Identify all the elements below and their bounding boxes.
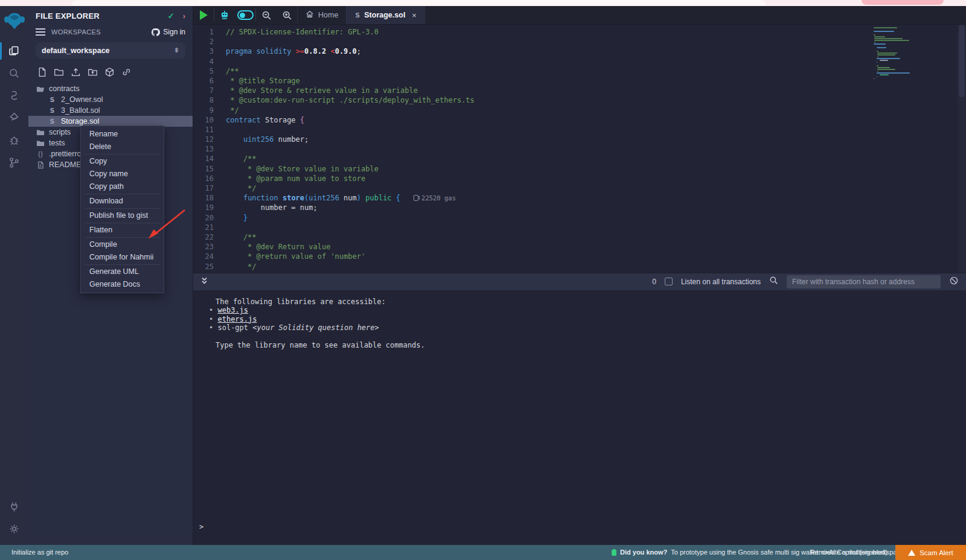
ipfs-box-icon[interactable] — [104, 67, 115, 77]
code-editor[interactable]: 1// SPDX-License-Identifier: GPL-3.023pr… — [193, 25, 966, 273]
plugin-manager-icon[interactable] — [0, 495, 28, 518]
home-icon — [305, 10, 314, 20]
tree-item-3-ballot-sol[interactable]: S3_Ballot.sol — [28, 105, 193, 116]
remix-logo[interactable] — [4, 11, 25, 31]
folder-icon — [36, 129, 45, 136]
code-line-2[interactable]: 2 — [193, 37, 966, 46]
code-line-10[interactable]: 10contract Storage { — [193, 115, 966, 125]
code-line-9[interactable]: 9 */ — [193, 106, 966, 115]
menu-item-rename[interactable]: Rename — [81, 128, 164, 141]
menu-item-compile-for-nahmii[interactable]: Compile for Nahmii — [81, 251, 164, 264]
code-line-8[interactable]: 8 * @custom:dev-run-script ./scripts/dep… — [193, 95, 966, 105]
terminal-library-line: sol-gpt <your Solidity question here> — [193, 323, 966, 332]
warning-icon — [908, 550, 915, 556]
code-line-15[interactable]: 15 * @dev Store value in variable — [193, 164, 966, 174]
deploy-run-icon[interactable] — [0, 107, 28, 129]
code-line-11[interactable]: 11 — [193, 125, 966, 135]
code-line-24[interactable]: 24 * @return value of 'number' — [193, 252, 966, 261]
upload-folder-icon[interactable] — [88, 67, 98, 77]
solidity-file-icon: S — [355, 11, 360, 19]
status-bar: Initialize as git repo Did you know? To … — [0, 545, 966, 560]
listen-transactions-label: Listen on all transactions — [681, 278, 761, 286]
code-line-4[interactable]: 4 — [193, 57, 966, 66]
workspaces-menu-icon[interactable] — [36, 28, 45, 36]
copilot-toggle[interactable] — [235, 6, 255, 24]
menu-item-copy-name[interactable]: Copy name — [81, 168, 164, 180]
terminal-text-line: The following libraries are accessible: — [193, 298, 966, 307]
chevron-right-icon[interactable]: › — [183, 11, 185, 21]
listen-transactions-checkbox[interactable] — [665, 278, 673, 285]
tree-item-contracts[interactable]: contracts — [28, 83, 193, 94]
code-lines: 1// SPDX-License-Identifier: GPL-3.023pr… — [193, 25, 966, 273]
code-line-20[interactable]: 20 } — [193, 213, 966, 223]
code-line-17[interactable]: 17 */ — [193, 183, 966, 193]
code-line-6[interactable]: 6 * @title Storage — [193, 76, 966, 86]
menu-item-copy-path[interactable]: Copy path — [81, 180, 164, 193]
zoom-out-button[interactable] — [256, 6, 277, 24]
menu-item-generate-uml[interactable]: Generate UML — [81, 266, 164, 278]
link-icon[interactable] — [121, 67, 132, 77]
file-explorer-icon[interactable] — [0, 40, 28, 62]
workspace-stepper-icon: ⬍ — [174, 46, 179, 54]
close-tab-icon[interactable]: × — [412, 11, 417, 20]
menu-item-copy[interactable]: Copy — [81, 155, 164, 168]
code-line-18[interactable]: 18 function store(uint256 num) public {2… — [193, 193, 966, 203]
code-line-1[interactable]: 1// SPDX-License-Identifier: GPL-3.0 — [193, 27, 966, 37]
play-icon — [200, 10, 208, 20]
workspace-select[interactable]: default_workspace ⬍ — [36, 42, 185, 59]
code-line-3[interactable]: 3pragma solidity >=0.8.2 <0.9.0; — [193, 46, 966, 56]
tab-storage-sol[interactable]: S Storage.sol × — [347, 6, 425, 24]
collapse-terminal-icon[interactable] — [200, 276, 208, 287]
code-line-13[interactable]: 13 — [193, 144, 966, 154]
file-toolbar — [28, 59, 193, 81]
code-line-16[interactable]: 16 * @param num value to store — [193, 174, 966, 183]
code-line-21[interactable]: 21 — [193, 223, 966, 232]
new-file-icon[interactable] — [37, 67, 47, 77]
zoom-in-button[interactable] — [277, 6, 297, 24]
terminal-header: 0 Listen on all transactions — [193, 273, 966, 290]
terminal-library-link[interactable]: web3.js — [193, 306, 966, 315]
terminal-prompt[interactable]: > — [199, 523, 203, 532]
transaction-filter-input[interactable] — [787, 275, 941, 288]
code-line-14[interactable]: 14 /** — [193, 154, 966, 164]
minimap[interactable] — [874, 27, 919, 80]
lightbulb-icon — [612, 549, 616, 556]
settings-icon[interactable] — [0, 518, 28, 540]
run-script-button[interactable] — [193, 6, 214, 24]
code-line-19[interactable]: 19 number = num; — [193, 203, 966, 212]
ai-copilot-button[interactable] — [214, 6, 235, 24]
panel-title: FILE EXPLORER — [36, 11, 168, 21]
menu-item-delete[interactable]: Delete — [81, 141, 164, 153]
sign-in-button[interactable]: Sign in — [151, 28, 185, 36]
terminal-library-link[interactable]: ethers.js — [193, 315, 966, 324]
terminal-lines: The following libraries are accessible:w… — [193, 298, 966, 351]
git-init-status[interactable]: Initialize as git repo — [11, 549, 68, 556]
copilot-status[interactable]: RemixAI Copilot (enabled) — [810, 549, 888, 556]
code-line-22[interactable]: 22 /** — [193, 232, 966, 242]
toggle-on-icon — [237, 10, 254, 20]
code-line-26[interactable]: 26 function retrieve() public view retur… — [193, 272, 966, 273]
tab-bar: Home S Storage.sol × — [193, 6, 966, 25]
check-icon[interactable]: ✓ — [168, 11, 174, 21]
upload-file-icon[interactable] — [71, 67, 81, 77]
code-line-25[interactable]: 25 */ — [193, 262, 966, 272]
tab-home[interactable]: Home — [297, 6, 347, 24]
scam-alert-badge[interactable]: Scam Alert — [895, 545, 966, 560]
menu-item-generate-docs[interactable]: Generate Docs — [81, 278, 164, 291]
code-line-7[interactable]: 7 * @dev Store & retrieve value in a var… — [193, 86, 966, 95]
new-folder-icon[interactable] — [54, 67, 64, 77]
code-line-23[interactable]: 23 * @dev Return value — [193, 242, 966, 252]
terminal-text-line: Type the library name to see available c… — [193, 341, 966, 350]
code-line-5[interactable]: 5/** — [193, 66, 966, 76]
code-line-12[interactable]: 12 uint256 number; — [193, 135, 966, 144]
zoom-out-icon — [261, 10, 272, 21]
editor-scrollbar[interactable] — [958, 25, 966, 273]
solidity-compiler-icon[interactable] — [0, 84, 28, 107]
clear-console-icon[interactable] — [949, 276, 959, 288]
tree-item-2-owner-sol[interactable]: S2_Owner.sol — [28, 94, 193, 105]
terminal-output[interactable]: The following libraries are accessible:w… — [193, 290, 966, 546]
debugger-icon[interactable] — [0, 129, 28, 151]
git-icon[interactable] — [0, 151, 28, 174]
search-icon[interactable] — [0, 62, 28, 84]
solidity-icon: S — [48, 118, 57, 126]
